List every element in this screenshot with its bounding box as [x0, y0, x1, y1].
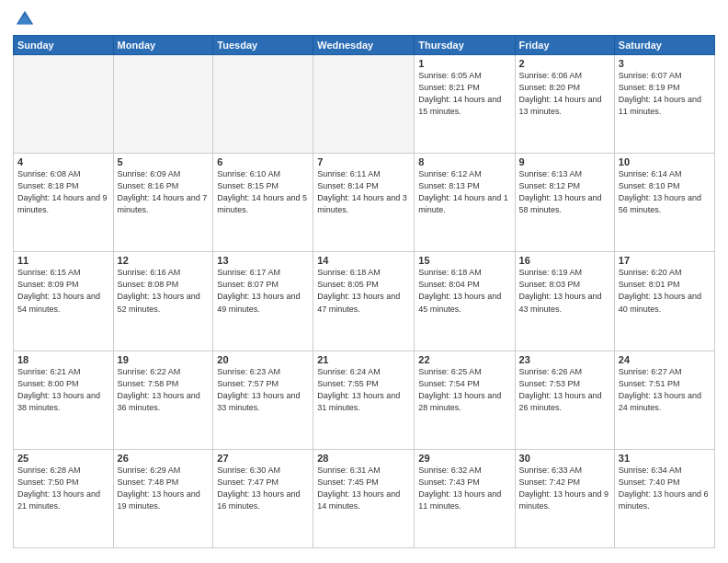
calendar-cell: 17Sunrise: 6:20 AM Sunset: 8:01 PM Dayli…: [614, 252, 714, 350]
calendar-cell: [113, 55, 213, 154]
day-number: 3: [619, 58, 711, 69]
calendar-cell: 3Sunrise: 6:07 AM Sunset: 8:19 PM Daylig…: [614, 55, 714, 154]
day-number: 18: [17, 354, 109, 365]
calendar-cell: 7Sunrise: 6:11 AM Sunset: 8:14 PM Daylig…: [313, 154, 415, 252]
day-number: 29: [418, 453, 510, 464]
day-info: Sunrise: 6:06 AM Sunset: 8:20 PM Dayligh…: [519, 70, 610, 118]
day-number: 13: [217, 255, 309, 266]
calendar-cell: [14, 55, 114, 154]
calendar-cell: 28Sunrise: 6:31 AM Sunset: 7:45 PM Dayli…: [313, 449, 415, 547]
day-number: 9: [519, 156, 610, 167]
day-number: 1: [418, 58, 510, 69]
day-info: Sunrise: 6:29 AM Sunset: 7:48 PM Dayligh…: [118, 465, 210, 512]
day-info: Sunrise: 6:21 AM Sunset: 8:00 PM Dayligh…: [17, 366, 109, 414]
logo: [13, 9, 35, 29]
day-info: Sunrise: 6:16 AM Sunset: 8:08 PM Dayligh…: [118, 267, 210, 315]
week-row-2: 11Sunrise: 6:15 AM Sunset: 8:09 PM Dayli…: [14, 252, 715, 350]
day-info: Sunrise: 6:25 AM Sunset: 7:54 PM Dayligh…: [418, 366, 510, 414]
day-number: 4: [17, 156, 109, 167]
day-info: Sunrise: 6:11 AM Sunset: 8:14 PM Dayligh…: [317, 168, 410, 216]
daylight-legend: [13, 552, 715, 554]
calendar-cell: 4Sunrise: 6:08 AM Sunset: 8:18 PM Daylig…: [14, 154, 114, 252]
calendar-cell: 18Sunrise: 6:21 AM Sunset: 8:00 PM Dayli…: [14, 350, 114, 449]
day-number: 2: [519, 58, 610, 69]
calendar-body: 1Sunrise: 6:05 AM Sunset: 8:21 PM Daylig…: [14, 55, 715, 548]
day-info: Sunrise: 6:15 AM Sunset: 8:09 PM Dayligh…: [17, 267, 109, 315]
day-info: Sunrise: 6:20 AM Sunset: 8:01 PM Dayligh…: [619, 267, 711, 315]
calendar-cell: 13Sunrise: 6:17 AM Sunset: 8:07 PM Dayli…: [213, 252, 313, 350]
day-number: 31: [619, 453, 711, 464]
calendar-cell: [313, 55, 415, 154]
week-row-0: 1Sunrise: 6:05 AM Sunset: 8:21 PM Daylig…: [14, 55, 715, 154]
day-number: 7: [317, 156, 410, 167]
header-day-monday: Monday: [113, 36, 213, 55]
day-info: Sunrise: 6:24 AM Sunset: 7:55 PM Dayligh…: [317, 366, 410, 414]
day-info: Sunrise: 6:30 AM Sunset: 7:47 PM Dayligh…: [217, 465, 309, 512]
day-number: 17: [619, 255, 711, 266]
day-number: 23: [519, 354, 610, 365]
day-info: Sunrise: 6:27 AM Sunset: 7:51 PM Dayligh…: [619, 366, 711, 414]
day-number: 26: [118, 453, 210, 464]
day-number: 20: [217, 354, 309, 365]
day-info: Sunrise: 6:07 AM Sunset: 8:19 PM Dayligh…: [619, 70, 711, 118]
day-info: Sunrise: 6:12 AM Sunset: 8:13 PM Dayligh…: [418, 168, 510, 216]
calendar-cell: 2Sunrise: 6:06 AM Sunset: 8:20 PM Daylig…: [515, 55, 614, 154]
calendar-cell: 26Sunrise: 6:29 AM Sunset: 7:48 PM Dayli…: [113, 449, 213, 547]
header-day-tuesday: Tuesday: [213, 36, 313, 55]
day-number: 27: [217, 453, 309, 464]
calendar-cell: 12Sunrise: 6:16 AM Sunset: 8:08 PM Dayli…: [113, 252, 213, 350]
logo-icon: [15, 9, 35, 29]
calendar-cell: 22Sunrise: 6:25 AM Sunset: 7:54 PM Dayli…: [415, 350, 515, 449]
week-row-1: 4Sunrise: 6:08 AM Sunset: 8:18 PM Daylig…: [14, 154, 715, 252]
calendar-cell: 21Sunrise: 6:24 AM Sunset: 7:55 PM Dayli…: [313, 350, 415, 449]
day-number: 30: [519, 453, 610, 464]
day-number: 5: [118, 156, 210, 167]
day-number: 15: [418, 255, 510, 266]
day-number: 6: [217, 156, 309, 167]
header-day-sunday: Sunday: [14, 36, 114, 55]
calendar-cell: 25Sunrise: 6:28 AM Sunset: 7:50 PM Dayli…: [14, 449, 114, 547]
calendar-cell: 16Sunrise: 6:19 AM Sunset: 8:03 PM Dayli…: [515, 252, 614, 350]
day-number: 10: [619, 156, 711, 167]
day-info: Sunrise: 6:14 AM Sunset: 8:10 PM Dayligh…: [619, 168, 711, 216]
header-day-thursday: Thursday: [415, 36, 515, 55]
header-row: SundayMondayTuesdayWednesdayThursdayFrid…: [14, 36, 715, 55]
calendar: SundayMondayTuesdayWednesdayThursdayFrid…: [13, 35, 715, 554]
day-info: Sunrise: 6:13 AM Sunset: 8:12 PM Dayligh…: [519, 168, 610, 216]
day-info: Sunrise: 6:05 AM Sunset: 8:21 PM Dayligh…: [418, 70, 510, 118]
calendar-cell: 19Sunrise: 6:22 AM Sunset: 7:58 PM Dayli…: [113, 350, 213, 449]
calendar-cell: 15Sunrise: 6:18 AM Sunset: 8:04 PM Dayli…: [415, 252, 515, 350]
day-info: Sunrise: 6:23 AM Sunset: 7:57 PM Dayligh…: [217, 366, 309, 414]
calendar-cell: 9Sunrise: 6:13 AM Sunset: 8:12 PM Daylig…: [515, 154, 614, 252]
calendar-cell: 8Sunrise: 6:12 AM Sunset: 8:13 PM Daylig…: [415, 154, 515, 252]
calendar-cell: 20Sunrise: 6:23 AM Sunset: 7:57 PM Dayli…: [213, 350, 313, 449]
calendar-cell: 10Sunrise: 6:14 AM Sunset: 8:10 PM Dayli…: [614, 154, 714, 252]
day-info: Sunrise: 6:34 AM Sunset: 7:40 PM Dayligh…: [619, 465, 711, 512]
week-row-4: 25Sunrise: 6:28 AM Sunset: 7:50 PM Dayli…: [14, 449, 715, 547]
day-number: 24: [619, 354, 711, 365]
calendar-cell: 11Sunrise: 6:15 AM Sunset: 8:09 PM Dayli…: [14, 252, 114, 350]
day-info: Sunrise: 6:08 AM Sunset: 8:18 PM Dayligh…: [17, 168, 109, 216]
calendar-cell: [213, 55, 313, 154]
calendar-cell: 5Sunrise: 6:09 AM Sunset: 8:16 PM Daylig…: [113, 154, 213, 252]
calendar-header: SundayMondayTuesdayWednesdayThursdayFrid…: [14, 36, 715, 55]
day-info: Sunrise: 6:32 AM Sunset: 7:43 PM Dayligh…: [418, 465, 510, 512]
day-number: 25: [17, 453, 109, 464]
day-info: Sunrise: 6:18 AM Sunset: 8:04 PM Dayligh…: [418, 267, 510, 315]
calendar-table: SundayMondayTuesdayWednesdayThursdayFrid…: [13, 35, 715, 548]
day-info: Sunrise: 6:18 AM Sunset: 8:05 PM Dayligh…: [317, 267, 410, 315]
day-number: 8: [418, 156, 510, 167]
header-day-saturday: Saturday: [614, 36, 714, 55]
calendar-cell: 24Sunrise: 6:27 AM Sunset: 7:51 PM Dayli…: [614, 350, 714, 449]
day-info: Sunrise: 6:19 AM Sunset: 8:03 PM Dayligh…: [519, 267, 610, 315]
day-number: 11: [17, 255, 109, 266]
week-row-3: 18Sunrise: 6:21 AM Sunset: 8:00 PM Dayli…: [14, 350, 715, 449]
calendar-cell: 14Sunrise: 6:18 AM Sunset: 8:05 PM Dayli…: [313, 252, 415, 350]
day-number: 21: [317, 354, 410, 365]
day-info: Sunrise: 6:26 AM Sunset: 7:53 PM Dayligh…: [519, 366, 610, 414]
calendar-cell: 31Sunrise: 6:34 AM Sunset: 7:40 PM Dayli…: [614, 449, 714, 547]
header-day-wednesday: Wednesday: [313, 36, 415, 55]
day-number: 14: [317, 255, 410, 266]
calendar-cell: 1Sunrise: 6:05 AM Sunset: 8:21 PM Daylig…: [415, 55, 515, 154]
header: [13, 9, 715, 29]
